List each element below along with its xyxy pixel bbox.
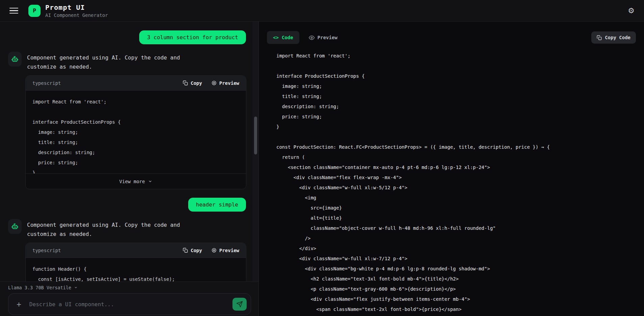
code-line: } <box>276 122 644 132</box>
copy-button[interactable]: Copy <box>183 80 202 86</box>
language-label: typescript <box>32 248 61 253</box>
gear-icon[interactable]: ⚙ <box>628 7 635 15</box>
app-root: P Prompt UI AI Component Generator ⚙ 3 c… <box>0 0 644 316</box>
copy-icon <box>183 80 188 86</box>
editor-panel: <> Code Preview <box>259 22 644 316</box>
code-line: } <box>32 168 239 173</box>
code-line: title: string; <box>276 91 644 101</box>
code-line: className="object-cover w-full h-48 md:h… <box>276 223 644 233</box>
preview-label: Preview <box>219 248 239 253</box>
chat-panel: 3 column section for product <box>0 22 259 316</box>
copy-label: Copy <box>191 80 202 86</box>
chevron-down-icon <box>148 179 152 184</box>
code-line: /> <box>276 233 644 243</box>
user-message-bubble: header simple <box>188 198 246 212</box>
tab-preview[interactable]: Preview <box>304 31 342 44</box>
code-line: src={image} <box>276 203 644 213</box>
code-card-actions: Copy Preview <box>183 80 239 86</box>
code-card-header: typescript Copy <box>26 243 246 258</box>
code-line: const [isActive, setIsActive] = useState… <box>32 274 239 282</box>
robot-icon <box>10 55 19 64</box>
chevron-down-icon <box>74 286 78 289</box>
top-bar: P Prompt UI AI Component Generator ⚙ <box>0 0 644 22</box>
assistant-message-text: Component generated using AI. Copy the c… <box>27 219 211 239</box>
code-card-header: typescript Copy <box>26 76 246 91</box>
send-button[interactable] <box>232 298 247 311</box>
language-label: typescript <box>32 80 61 86</box>
prompt-input[interactable] <box>29 301 232 308</box>
preview-button[interactable]: Preview <box>212 248 239 253</box>
code-line: <p className="text-gray-600 mb-6">{descr… <box>276 284 644 294</box>
code-line: return ( <box>276 152 644 162</box>
code-line: <div className="flex justify-between ite… <box>276 294 644 304</box>
copy-button[interactable]: Copy <box>183 248 202 253</box>
plus-icon[interactable]: + <box>17 300 21 309</box>
page-subtitle: AI Component Generator <box>45 13 108 18</box>
code-card-2: typescript Copy <box>25 243 246 282</box>
code-line <box>276 61 644 71</box>
view-more-button[interactable]: View more <box>26 173 246 189</box>
title-block: Prompt UI AI Component Generator <box>45 3 108 18</box>
copy-code-button[interactable]: Copy Code <box>591 31 636 44</box>
bot-avatar <box>8 219 22 234</box>
code-card-1: typescript Copy <box>25 75 246 189</box>
editor-code-block: import React from 'react';interface Prod… <box>259 51 644 314</box>
view-more-label: View more <box>119 179 145 184</box>
chat-scroll-area: 3 column section for product <box>0 22 252 282</box>
copy-icon <box>597 35 602 40</box>
preview-label: Preview <box>219 80 239 86</box>
code-line <box>276 132 644 142</box>
user-message-row: 3 column section for product <box>8 30 246 44</box>
hamburger-menu-icon[interactable] <box>9 8 18 14</box>
copy-icon <box>183 248 188 253</box>
assistant-message-text: Component generated using AI. Copy the c… <box>27 52 211 71</box>
prompt-input-container: + <box>8 293 251 315</box>
code-line <box>32 107 239 117</box>
code-line: alt={title} <box>276 213 644 223</box>
code-line: <img <box>276 193 644 203</box>
code-line: image: string; <box>32 127 239 137</box>
code-line: import React from 'react'; <box>276 51 644 61</box>
code-line: import React from 'react'; <box>32 97 239 107</box>
assistant-message-row: Component generated using AI. Copy the c… <box>8 52 246 71</box>
code-block: import React from 'react';interface Prod… <box>26 91 246 173</box>
scrollbar-thumb[interactable] <box>254 117 257 154</box>
copy-code-label: Copy Code <box>605 35 630 40</box>
preview-eye-icon <box>212 80 217 86</box>
editor-toolbar: <> Code Preview <box>259 22 644 44</box>
code-card-actions: Copy Preview <box>183 248 239 253</box>
copy-label: Copy <box>191 248 202 253</box>
user-message-row: header simple <box>8 198 246 212</box>
page-title: Prompt UI <box>45 3 108 11</box>
tab-code-label: Code <box>282 35 293 40</box>
code-line: price: string; <box>32 157 239 168</box>
code-line: <div className="bg-white p-4 md:p-6 lg:p… <box>276 264 644 274</box>
code-line: </div> <box>276 243 644 253</box>
code-line: image: string; <box>276 81 644 91</box>
bot-avatar <box>8 52 22 67</box>
paper-plane-icon <box>236 301 243 308</box>
tab-preview-label: Preview <box>318 35 338 40</box>
model-label: Llama 3.3 70B Versatile <box>8 285 71 290</box>
code-line: description: string; <box>276 101 644 112</box>
code-line: interface ProductSectionProps { <box>276 71 644 81</box>
code-line: const ProductSection: React.FC<ProductSe… <box>276 142 644 152</box>
tab-code[interactable]: <> Code <box>267 31 299 44</box>
robot-icon <box>10 222 19 231</box>
preview-button[interactable]: Preview <box>212 80 239 86</box>
composer: Llama 3.3 70B Versatile + <box>0 282 258 316</box>
code-brackets-icon: <> <box>273 35 279 40</box>
code-line: price: string; <box>276 112 644 122</box>
assistant-message-row: Component generated using AI. Copy the c… <box>8 219 246 239</box>
model-selector[interactable]: Llama 3.3 70B Versatile <box>8 284 78 291</box>
code-line: <h2 className="text-3xl font-bold mb-4">… <box>276 274 644 284</box>
code-line: <section className="container mx-auto p-… <box>276 162 644 172</box>
code-block: function Header() { const [isActive, set… <box>26 258 246 282</box>
code-line: <span className="text-2xl font-bold">{pr… <box>276 304 644 314</box>
code-line: <div className="flex flex-wrap -mx-4"> <box>276 172 644 183</box>
code-line: <div className="w-full xl:w-7/12 p-4"> <box>276 253 644 264</box>
preview-eye-icon <box>212 248 217 253</box>
code-line: function Header() { <box>32 264 239 274</box>
eye-icon <box>309 35 315 41</box>
code-line: interface ProductSectionProps { <box>32 117 239 127</box>
